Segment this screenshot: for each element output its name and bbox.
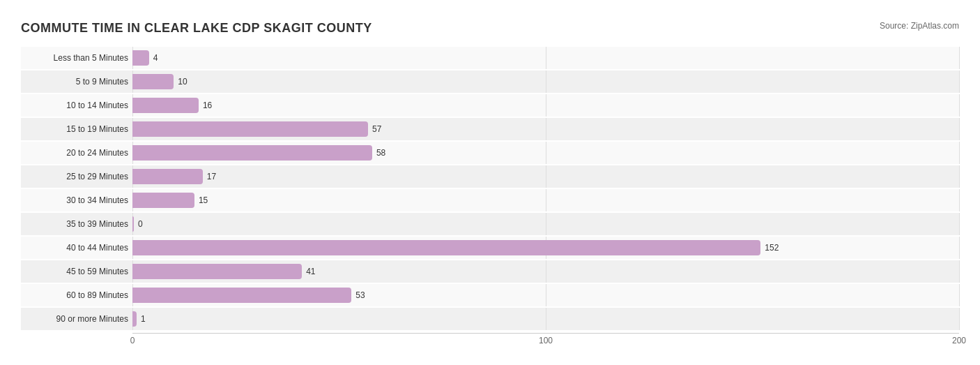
bar-track: 58 [132, 142, 959, 164]
bar-label: 15 to 19 Minutes [21, 124, 132, 134]
bar-value: 1 [141, 314, 146, 324]
bar-value: 57 [372, 124, 381, 134]
bar-fill [132, 288, 351, 303]
bar-label: 60 to 89 Minutes [21, 290, 132, 300]
bar-row: 40 to 44 Minutes152 [21, 237, 959, 259]
grid-line [546, 70, 546, 93]
bar-label: 20 to 24 Minutes [21, 148, 132, 158]
bar-row: Less than 5 Minutes4 [21, 47, 959, 69]
grid-line [546, 189, 546, 211]
bar-track: 152 [132, 237, 959, 259]
grid-lines [132, 70, 959, 93]
bar-track: 17 [132, 165, 959, 188]
grid-line [959, 70, 960, 93]
bar-label: 30 to 34 Minutes [21, 195, 132, 205]
bar-fill [132, 264, 302, 279]
bar-label: 90 or more Minutes [21, 314, 132, 324]
bar-track: 0 [132, 213, 959, 235]
bar-row: 15 to 19 Minutes57 [21, 118, 959, 140]
bar-fill [132, 74, 174, 89]
grid-line [959, 189, 960, 211]
grid-line [546, 94, 546, 117]
bar-value: 53 [355, 290, 365, 300]
bar-value: 0 [138, 219, 143, 229]
bar-row: 90 or more Minutes1 [21, 308, 959, 330]
x-axis-tick: 100 [539, 336, 553, 345]
grid-lines [132, 189, 959, 211]
grid-lines [132, 94, 959, 117]
bar-row: 25 to 29 Minutes17 [21, 165, 959, 188]
grid-line [546, 165, 546, 188]
bar-row: 45 to 59 Minutes41 [21, 260, 959, 283]
chart-area: Less than 5 Minutes45 to 9 Minutes1010 t… [21, 47, 959, 354]
grid-line [959, 237, 960, 259]
chart-container: COMMUTE TIME IN CLEAR LAKE CDP SKAGIT CO… [14, 14, 966, 365]
bar-fill [132, 311, 137, 327]
bar-fill [132, 145, 372, 161]
bar-label: 35 to 39 Minutes [21, 219, 132, 229]
bar-label: 40 to 44 Minutes [21, 243, 132, 253]
bar-row: 35 to 39 Minutes0 [21, 213, 959, 235]
bar-value: 152 [765, 243, 779, 253]
chart-title: COMMUTE TIME IN CLEAR LAKE CDP SKAGIT CO… [21, 21, 372, 36]
grid-line [959, 142, 960, 164]
bar-track: 1 [132, 308, 959, 330]
grid-line [546, 142, 546, 164]
bar-value: 16 [203, 100, 212, 110]
grid-line [546, 118, 546, 140]
bar-track: 53 [132, 284, 959, 306]
bar-track: 4 [132, 47, 959, 69]
x-axis-line [132, 333, 959, 334]
grid-lines [132, 308, 959, 330]
grid-line [959, 308, 960, 330]
grid-line [959, 165, 960, 188]
grid-line [959, 94, 960, 117]
bar-label: Less than 5 Minutes [21, 53, 132, 63]
grid-line [546, 213, 546, 235]
x-axis-tick: 200 [952, 336, 966, 345]
bar-value: 10 [178, 77, 187, 87]
grid-lines [132, 165, 959, 188]
x-axis: 0100200 [132, 333, 959, 354]
bar-fill [132, 240, 760, 255]
bar-row: 5 to 9 Minutes10 [21, 70, 959, 93]
bar-track: 10 [132, 70, 959, 93]
bar-fill [132, 98, 199, 113]
bars-wrapper: Less than 5 Minutes45 to 9 Minutes1010 t… [21, 47, 959, 330]
bar-label: 45 to 59 Minutes [21, 267, 132, 276]
grid-line [959, 213, 960, 235]
bar-value: 4 [153, 53, 158, 63]
bar-label: 5 to 9 Minutes [21, 77, 132, 87]
grid-lines [132, 213, 959, 235]
bar-track: 41 [132, 260, 959, 283]
bar-label: 25 to 29 Minutes [21, 172, 132, 181]
bar-value: 41 [306, 267, 315, 276]
grid-line [959, 260, 960, 283]
grid-line [546, 284, 546, 306]
bar-row: 30 to 34 Minutes15 [21, 189, 959, 211]
grid-line [959, 47, 960, 69]
grid-line [959, 284, 960, 306]
bar-track: 15 [132, 189, 959, 211]
bar-value: 15 [199, 195, 208, 205]
bar-fill [132, 121, 368, 137]
bar-fill [132, 216, 134, 232]
bar-fill [132, 193, 194, 208]
bar-row: 60 to 89 Minutes53 [21, 284, 959, 306]
grid-line [546, 47, 546, 69]
grid-lines [132, 47, 959, 69]
bar-row: 20 to 24 Minutes58 [21, 142, 959, 164]
bar-track: 16 [132, 94, 959, 117]
bar-value: 58 [376, 148, 385, 158]
chart-source: Source: ZipAtlas.com [880, 21, 959, 31]
bar-fill [132, 50, 149, 66]
grid-line [546, 260, 546, 283]
x-axis-tick: 0 [130, 336, 135, 345]
bar-value: 17 [207, 172, 216, 181]
bar-row: 10 to 14 Minutes16 [21, 94, 959, 117]
bar-fill [132, 169, 203, 184]
chart-header: COMMUTE TIME IN CLEAR LAKE CDP SKAGIT CO… [21, 21, 959, 36]
bar-label: 10 to 14 Minutes [21, 100, 132, 110]
grid-line [959, 118, 960, 140]
bar-track: 57 [132, 118, 959, 140]
